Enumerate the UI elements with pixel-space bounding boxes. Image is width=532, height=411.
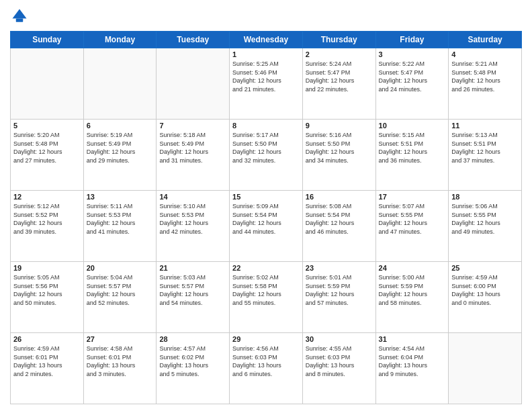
- day-number: 19: [13, 264, 81, 272]
- day-number: 3: [379, 50, 446, 58]
- calendar-week-row: 1Sunrise: 5:25 AM Sunset: 5:46 PM Daylig…: [11, 48, 522, 120]
- cell-content: Sunrise: 5:19 AM Sunset: 5:49 PM Dayligh…: [87, 131, 154, 165]
- day-number: 9: [306, 122, 373, 130]
- day-number: 27: [87, 335, 154, 343]
- cell-content: Sunrise: 5:09 AM Sunset: 5:54 PM Dayligh…: [232, 202, 300, 236]
- calendar-week-row: 12Sunrise: 5:12 AM Sunset: 5:52 PM Dayli…: [11, 191, 522, 262]
- calendar-table: SundayMondayTuesdayWednesdayThursdayFrid…: [10, 31, 522, 404]
- calendar-cell: 5Sunrise: 5:20 AM Sunset: 5:48 PM Daylig…: [11, 120, 84, 191]
- day-number: 13: [87, 193, 154, 201]
- calendar-cell: 4Sunrise: 5:21 AM Sunset: 5:48 PM Daylig…: [449, 48, 522, 120]
- cell-content: Sunrise: 5:16 AM Sunset: 5:50 PM Dayligh…: [306, 131, 373, 165]
- calendar-header-row: SundayMondayTuesdayWednesdayThursdayFrid…: [11, 32, 522, 48]
- day-number: 25: [451, 264, 519, 272]
- calendar-cell: [11, 48, 84, 120]
- day-number: 11: [451, 122, 519, 130]
- calendar-cell: 8Sunrise: 5:17 AM Sunset: 5:50 PM Daylig…: [230, 120, 303, 191]
- calendar-cell: 12Sunrise: 5:12 AM Sunset: 5:52 PM Dayli…: [11, 191, 84, 262]
- day-number: 31: [379, 335, 446, 343]
- cell-content: Sunrise: 5:12 AM Sunset: 5:52 PM Dayligh…: [13, 202, 81, 236]
- cell-content: Sunrise: 5:05 AM Sunset: 5:56 PM Dayligh…: [13, 273, 81, 307]
- day-number: 29: [232, 335, 300, 343]
- cell-content: Sunrise: 5:21 AM Sunset: 5:48 PM Dayligh…: [451, 60, 519, 93]
- day-number: 4: [451, 50, 519, 58]
- cell-content: Sunrise: 4:57 AM Sunset: 6:02 PM Dayligh…: [159, 345, 226, 378]
- calendar-cell: [83, 48, 157, 120]
- cell-content: Sunrise: 5:08 AM Sunset: 5:54 PM Dayligh…: [306, 202, 373, 236]
- day-number: 1: [232, 50, 300, 58]
- calendar-week-row: 5Sunrise: 5:20 AM Sunset: 5:48 PM Daylig…: [11, 120, 522, 191]
- calendar-cell: 22Sunrise: 5:02 AM Sunset: 5:58 PM Dayli…: [230, 262, 303, 333]
- weekday-header: Wednesday: [230, 32, 303, 48]
- logo-icon: [10, 7, 29, 26]
- cell-content: Sunrise: 5:00 AM Sunset: 5:59 PM Dayligh…: [379, 273, 446, 307]
- day-number: 28: [159, 335, 226, 343]
- day-number: 16: [306, 193, 373, 201]
- day-number: 14: [159, 193, 226, 201]
- day-number: 21: [159, 264, 226, 272]
- calendar-cell: 15Sunrise: 5:09 AM Sunset: 5:54 PM Dayli…: [230, 191, 303, 262]
- weekday-header: Monday: [83, 32, 157, 48]
- calendar-cell: 1Sunrise: 5:25 AM Sunset: 5:46 PM Daylig…: [230, 48, 303, 120]
- calendar-cell: 21Sunrise: 5:03 AM Sunset: 5:57 PM Dayli…: [157, 262, 230, 333]
- cell-content: Sunrise: 5:13 AM Sunset: 5:51 PM Dayligh…: [451, 131, 519, 165]
- cell-content: Sunrise: 5:04 AM Sunset: 5:57 PM Dayligh…: [87, 273, 154, 307]
- cell-content: Sunrise: 5:25 AM Sunset: 5:46 PM Dayligh…: [232, 60, 300, 93]
- calendar-cell: 19Sunrise: 5:05 AM Sunset: 5:56 PM Dayli…: [11, 262, 84, 333]
- day-number: 18: [451, 193, 519, 201]
- calendar-cell: 20Sunrise: 5:04 AM Sunset: 5:57 PM Dayli…: [83, 262, 157, 333]
- day-number: 22: [232, 264, 300, 272]
- header: [10, 7, 522, 26]
- weekday-header: Friday: [375, 32, 449, 48]
- calendar-cell: 3Sunrise: 5:22 AM Sunset: 5:47 PM Daylig…: [375, 48, 449, 120]
- day-number: 30: [306, 335, 373, 343]
- cell-content: Sunrise: 5:18 AM Sunset: 5:49 PM Dayligh…: [159, 131, 226, 165]
- weekday-header: Sunday: [11, 32, 84, 48]
- cell-content: Sunrise: 5:17 AM Sunset: 5:50 PM Dayligh…: [232, 131, 300, 165]
- day-number: 26: [13, 335, 81, 343]
- weekday-header: Tuesday: [157, 32, 230, 48]
- weekday-header: Thursday: [302, 32, 375, 48]
- calendar-cell: 11Sunrise: 5:13 AM Sunset: 5:51 PM Dayli…: [449, 120, 522, 191]
- cell-content: Sunrise: 5:24 AM Sunset: 5:47 PM Dayligh…: [306, 60, 373, 93]
- cell-content: Sunrise: 5:15 AM Sunset: 5:51 PM Dayligh…: [379, 131, 446, 165]
- cell-content: Sunrise: 4:56 AM Sunset: 6:03 PM Dayligh…: [232, 345, 300, 378]
- calendar-cell: 9Sunrise: 5:16 AM Sunset: 5:50 PM Daylig…: [302, 120, 375, 191]
- cell-content: Sunrise: 4:54 AM Sunset: 6:04 PM Dayligh…: [379, 345, 446, 378]
- calendar-cell: 28Sunrise: 4:57 AM Sunset: 6:02 PM Dayli…: [157, 333, 230, 404]
- day-number: 6: [87, 122, 154, 130]
- calendar-cell: 7Sunrise: 5:18 AM Sunset: 5:49 PM Daylig…: [157, 120, 230, 191]
- calendar-cell: 29Sunrise: 4:56 AM Sunset: 6:03 PM Dayli…: [230, 333, 303, 404]
- cell-content: Sunrise: 5:10 AM Sunset: 5:53 PM Dayligh…: [159, 202, 226, 236]
- calendar-week-row: 19Sunrise: 5:05 AM Sunset: 5:56 PM Dayli…: [11, 262, 522, 333]
- cell-content: Sunrise: 4:55 AM Sunset: 6:03 PM Dayligh…: [306, 345, 373, 378]
- day-number: 8: [232, 122, 300, 130]
- day-number: 15: [232, 193, 300, 201]
- cell-content: Sunrise: 5:20 AM Sunset: 5:48 PM Dayligh…: [13, 131, 81, 165]
- cell-content: Sunrise: 5:06 AM Sunset: 5:55 PM Dayligh…: [451, 202, 519, 236]
- day-number: 20: [87, 264, 154, 272]
- day-number: 12: [13, 193, 81, 201]
- calendar-cell: 6Sunrise: 5:19 AM Sunset: 5:49 PM Daylig…: [83, 120, 157, 191]
- calendar-cell: 24Sunrise: 5:00 AM Sunset: 5:59 PM Dayli…: [375, 262, 449, 333]
- logo: [10, 7, 32, 26]
- svg-rect-1: [16, 19, 24, 22]
- cell-content: Sunrise: 5:11 AM Sunset: 5:53 PM Dayligh…: [87, 202, 154, 236]
- day-number: 10: [379, 122, 446, 130]
- day-number: 17: [379, 193, 446, 201]
- calendar-cell: 13Sunrise: 5:11 AM Sunset: 5:53 PM Dayli…: [83, 191, 157, 262]
- day-number: 5: [13, 122, 81, 130]
- calendar-cell: 25Sunrise: 4:59 AM Sunset: 6:00 PM Dayli…: [449, 262, 522, 333]
- calendar-cell: 31Sunrise: 4:54 AM Sunset: 6:04 PM Dayli…: [375, 333, 449, 404]
- calendar-cell: 16Sunrise: 5:08 AM Sunset: 5:54 PM Dayli…: [302, 191, 375, 262]
- calendar-cell: 2Sunrise: 5:24 AM Sunset: 5:47 PM Daylig…: [302, 48, 375, 120]
- calendar-cell: [157, 48, 230, 120]
- cell-content: Sunrise: 5:07 AM Sunset: 5:55 PM Dayligh…: [379, 202, 446, 236]
- cell-content: Sunrise: 5:01 AM Sunset: 5:59 PM Dayligh…: [306, 273, 373, 307]
- weekday-header: Saturday: [449, 32, 522, 48]
- calendar-week-row: 26Sunrise: 4:59 AM Sunset: 6:01 PM Dayli…: [11, 333, 522, 404]
- calendar-cell: 14Sunrise: 5:10 AM Sunset: 5:53 PM Dayli…: [157, 191, 230, 262]
- calendar-cell: 10Sunrise: 5:15 AM Sunset: 5:51 PM Dayli…: [375, 120, 449, 191]
- day-number: 24: [379, 264, 446, 272]
- calendar-cell: 26Sunrise: 4:59 AM Sunset: 6:01 PM Dayli…: [11, 333, 84, 404]
